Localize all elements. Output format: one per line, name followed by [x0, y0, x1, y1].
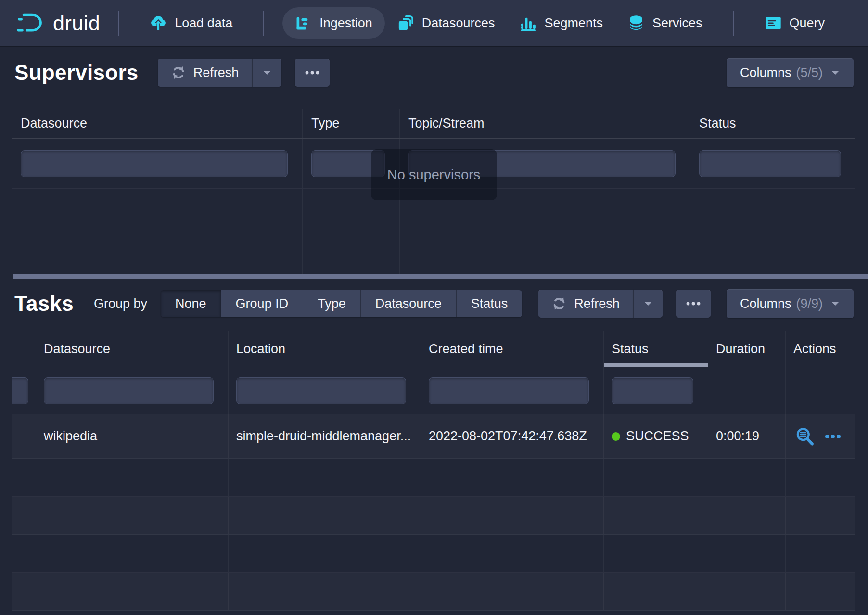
- nav-item-segments[interactable]: Segments: [507, 7, 615, 39]
- bar-chart-icon: [520, 15, 536, 31]
- column-header-duration[interactable]: Duration: [708, 331, 786, 367]
- datasource-filter-input[interactable]: [21, 150, 288, 177]
- supervisors-table-header-row: Datasource Type Topic/Stream Status: [12, 109, 855, 139]
- task-location: simple-druid-middlemanager...: [229, 414, 421, 458]
- database-icon: [628, 15, 644, 31]
- column-header-datasource[interactable]: Datasource: [12, 109, 303, 138]
- nav-item-label: Load data: [175, 16, 232, 31]
- chevron-down-icon: [262, 69, 272, 76]
- nav-divider: [263, 11, 264, 36]
- chart-bars-icon: [295, 15, 311, 31]
- refresh-label: Refresh: [193, 65, 239, 80]
- supervisors-refresh-caret-button[interactable]: [252, 59, 281, 87]
- supervisors-refresh-group: Refresh: [158, 59, 282, 87]
- magnifier-details-icon[interactable]: [795, 427, 815, 446]
- refresh-label: Refresh: [574, 296, 620, 311]
- task-created-time: 2022-08-02T07:42:47.638Z: [421, 414, 604, 458]
- druid-console: druid Load data Ingestion: [0, 0, 868, 615]
- supervisors-table: Datasource Type Topic/Stream Status No s…: [12, 109, 855, 274]
- nav-item-query[interactable]: Query: [753, 7, 838, 39]
- tasks-header: Tasks Group by None Group ID Type Dataso…: [14, 289, 854, 319]
- tasks-filter-row: [12, 367, 855, 414]
- expander-filter-input[interactable]: [12, 377, 28, 404]
- group-by-status-button[interactable]: Status: [456, 290, 523, 317]
- type-filter-input[interactable]: [311, 150, 385, 177]
- column-header-location[interactable]: Location: [229, 331, 421, 367]
- nav-divider: [733, 11, 734, 36]
- column-header-expander[interactable]: [12, 331, 36, 367]
- nav-item-services[interactable]: Services: [615, 7, 715, 39]
- nav-item-label: Datasources: [422, 16, 495, 31]
- tasks-more-button[interactable]: [676, 290, 711, 318]
- status-filter-input[interactable]: [699, 150, 841, 177]
- column-header-created-time[interactable]: Created time: [421, 331, 604, 367]
- ellipsis-icon: [686, 301, 701, 306]
- ellipsis-icon: [305, 70, 320, 75]
- column-header-status[interactable]: Status: [690, 109, 855, 138]
- columns-count: (5/5): [796, 65, 823, 80]
- task-status-cell: SUCCESS: [604, 414, 708, 458]
- stacked-layers-icon: [397, 15, 414, 31]
- group-by-control: None Group ID Type Datasource Status: [161, 290, 522, 317]
- supervisors-title: Supervisors: [14, 61, 139, 85]
- section-resize-splitter[interactable]: [13, 274, 868, 279]
- status-filter-input[interactable]: [612, 377, 693, 404]
- nav-item-load-data[interactable]: Load data: [138, 7, 245, 39]
- group-by-type-button[interactable]: Type: [303, 290, 360, 317]
- group-by-group-id-button[interactable]: Group ID: [221, 290, 303, 317]
- chevron-down-icon: [830, 300, 840, 307]
- supervisors-filter-row: [12, 139, 855, 189]
- supervisors-header: Supervisors Refresh: [14, 58, 854, 88]
- topic-stream-filter-input[interactable]: [408, 150, 676, 177]
- column-header-actions[interactable]: Actions: [786, 331, 855, 367]
- nav-item-label: Services: [652, 16, 702, 31]
- group-by-datasource-button[interactable]: Datasource: [360, 290, 456, 317]
- nav-item-label: Segments: [544, 16, 603, 31]
- column-header-status[interactable]: Status: [604, 331, 708, 367]
- tasks-columns-button[interactable]: Columns (9/9): [727, 289, 854, 318]
- nav-item-label: Ingestion: [319, 16, 372, 31]
- empty-table-row: [12, 535, 855, 573]
- refresh-icon: [171, 65, 186, 80]
- datasource-filter-input[interactable]: [44, 377, 214, 404]
- tasks-table: Datasource Location Created time Status …: [12, 331, 855, 611]
- nav-divider: [118, 11, 119, 36]
- supervisors-more-button[interactable]: [295, 59, 330, 87]
- empty-table-row: [12, 497, 855, 535]
- empty-table-row: [12, 459, 855, 497]
- tasks-title: Tasks: [14, 292, 74, 316]
- brand-name: druid: [53, 12, 100, 35]
- tasks-refresh-group: Refresh: [538, 290, 663, 318]
- group-by-none-button[interactable]: None: [161, 290, 221, 317]
- tasks-refresh-caret-button[interactable]: [633, 290, 663, 318]
- nav-item-ingestion[interactable]: Ingestion: [282, 7, 385, 39]
- cloud-upload-icon: [150, 15, 166, 31]
- location-filter-input[interactable]: [236, 377, 406, 404]
- task-actions-cell: [786, 414, 855, 458]
- tasks-refresh-button[interactable]: Refresh: [538, 290, 633, 318]
- task-row-wikipedia[interactable]: wikipedia simple-druid-middlemanager... …: [12, 414, 855, 459]
- column-header-status-label: Status: [612, 342, 649, 357]
- task-expander-cell: [12, 414, 36, 458]
- task-actions-ellipsis-icon[interactable]: [824, 434, 842, 439]
- chevron-down-icon: [830, 69, 840, 76]
- supervisors-columns-button[interactable]: Columns (5/5): [727, 58, 854, 87]
- tasks-table-header-row: Datasource Location Created time Status …: [12, 331, 855, 367]
- task-datasource: wikipedia: [36, 414, 229, 458]
- refresh-icon: [552, 296, 566, 311]
- columns-label: Columns: [740, 296, 791, 311]
- column-header-type[interactable]: Type: [303, 109, 400, 138]
- console-icon: [765, 15, 781, 31]
- columns-label: Columns: [740, 65, 791, 80]
- brand[interactable]: druid: [16, 12, 100, 35]
- created-time-filter-input[interactable]: [429, 377, 589, 404]
- column-header-topic-stream[interactable]: Topic/Stream: [400, 109, 690, 138]
- column-header-datasource[interactable]: Datasource: [36, 331, 229, 367]
- empty-table-row: [12, 573, 855, 611]
- columns-count: (9/9): [796, 296, 823, 311]
- status-success-dot: [612, 432, 620, 441]
- chevron-down-icon: [643, 300, 653, 307]
- nav-item-label: Query: [790, 16, 825, 31]
- nav-item-datasources[interactable]: Datasources: [385, 7, 508, 39]
- supervisors-refresh-button[interactable]: Refresh: [158, 59, 253, 87]
